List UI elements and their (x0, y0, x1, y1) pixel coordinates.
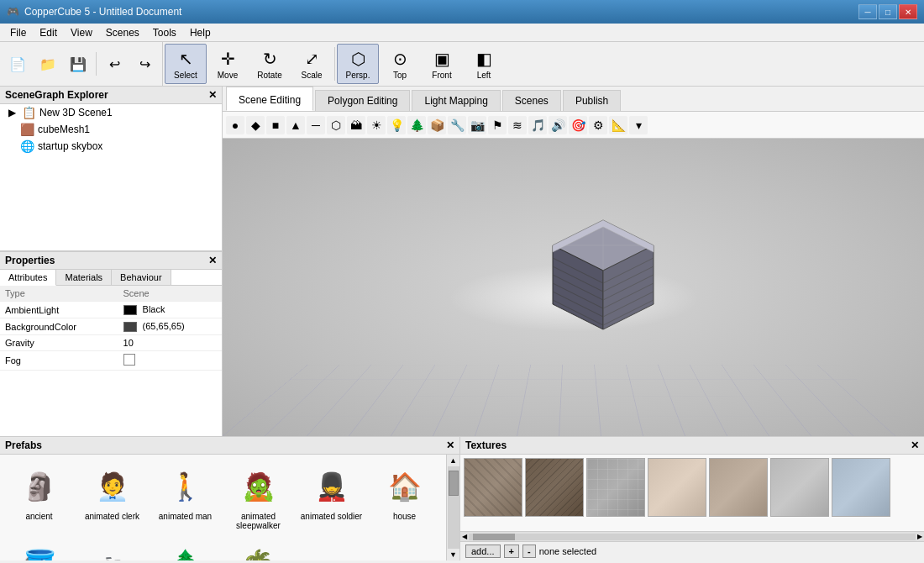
texture-7[interactable] (832, 458, 890, 517)
bike-icon: 🚲 (87, 539, 138, 560)
prop-val-gravity[interactable]: 10 (118, 335, 222, 351)
icon-terrain[interactable]: 🏔 (347, 116, 365, 134)
rotate-tool[interactable]: ↻ Rotate (249, 44, 291, 84)
icon-water[interactable]: ≋ (508, 116, 527, 134)
menu-help[interactable]: Help (183, 25, 218, 40)
add-texture-button[interactable]: add... (465, 545, 501, 558)
tab-scenes[interactable]: Scenes (502, 90, 561, 111)
move-tool[interactable]: ✛ Move (207, 44, 249, 84)
prefab-bike[interactable]: 🚲 bike (76, 535, 148, 560)
icon-hex[interactable]: ⬡ (327, 116, 345, 134)
scroll-h-thumb[interactable] (473, 534, 515, 540)
menu-tools[interactable]: Tools (146, 25, 183, 40)
remove-texture-button[interactable]: - (522, 545, 536, 558)
properties-close[interactable]: ✕ (208, 255, 217, 266)
icon-flag[interactable]: ⚑ (488, 116, 507, 134)
icon-settings[interactable]: ⚙ (589, 116, 607, 134)
tab-publish[interactable]: Publish (563, 90, 621, 111)
icon-tree[interactable]: 🌲 (407, 116, 426, 134)
texture-4[interactable] (648, 458, 706, 517)
scale-tool[interactable]: ⤢ Scale (291, 44, 333, 84)
prop-val-bgcolor[interactable]: (65,65,65) (118, 318, 222, 335)
tree-item-skybox[interactable]: 🌐 startup skybox (0, 138, 222, 155)
scroll-down-arrow[interactable]: ▼ (448, 549, 459, 560)
icon-cube[interactable]: ■ (266, 116, 285, 134)
prefab-animated-sleepwalker[interactable]: 🧟 animated sleepwalker (223, 458, 294, 534)
icon-diamond[interactable]: ◆ (246, 116, 265, 134)
minimize-button[interactable]: ─ (858, 4, 877, 19)
tab-materials[interactable]: Materials (56, 270, 112, 285)
bottom-area: Prefabs ✕ 🗿 ancient 🧑‍💼 animated clerk 🚶… (0, 436, 924, 560)
menu-scenes[interactable]: Scenes (99, 25, 146, 40)
menu-file[interactable]: File (3, 25, 33, 40)
bgcolor-color-swatch[interactable] (123, 322, 137, 332)
maximize-button[interactable]: □ (879, 4, 897, 19)
animated-sleepwalker-icon: 🧟 (234, 461, 284, 512)
tree-item-cube[interactable]: 🟫 cubeMesh1 (0, 121, 222, 138)
tab-attributes[interactable]: Attributes (0, 270, 56, 286)
scroll-right-arrow[interactable]: ▶ (917, 533, 922, 540)
prefab-pine[interactable]: 🌲 pine tree (150, 535, 221, 560)
persp-view[interactable]: ⬡ Persp. (337, 44, 379, 84)
icon-light[interactable]: 💡 (387, 116, 406, 134)
texture-3[interactable] (586, 458, 645, 517)
scroll-up-arrow[interactable]: ▲ (448, 455, 459, 466)
icon-plane[interactable]: ─ (307, 116, 325, 134)
texture-1[interactable] (464, 458, 522, 517)
prefabs-close[interactable]: ✕ (446, 439, 454, 451)
fog-checkbox[interactable] (123, 354, 135, 366)
prefab-palm[interactable]: 🌴 palm tree (223, 535, 294, 560)
titlebar-controls: ─ □ ✕ (858, 4, 917, 19)
icon-skybox[interactable]: ☀ (367, 116, 386, 134)
tree-item-scene[interactable]: ▶ 📋 New 3D Scene1 (0, 104, 222, 121)
open-button[interactable]: 📁 (34, 50, 62, 78)
menu-view[interactable]: View (64, 25, 99, 40)
prop-val-fog[interactable] (118, 351, 222, 371)
icon-target[interactable]: 🎯 (569, 116, 587, 134)
add-plus-button[interactable]: + (504, 545, 519, 558)
redo-button[interactable]: ↪ (130, 50, 159, 78)
scene-graph-close[interactable]: ✕ (208, 89, 217, 101)
texture-6[interactable] (770, 458, 829, 517)
top-view[interactable]: ⊙ Top (379, 44, 421, 84)
icon-tool[interactable]: 🔧 (448, 116, 466, 134)
prefab-ancient[interactable]: 🗿 ancient (3, 458, 75, 534)
undo-button[interactable]: ↩ (100, 50, 129, 78)
prefab-animated-soldier[interactable]: 💂 animated soldier (296, 458, 367, 534)
tab-polygon-editing[interactable]: Polygon Editing (315, 90, 410, 111)
menu-edit[interactable]: Edit (33, 25, 64, 40)
tab-behaviour[interactable]: Behaviour (112, 270, 171, 285)
icon-sphere[interactable]: ● (226, 116, 244, 134)
icon-sound[interactable]: 🔊 (549, 116, 567, 134)
prefab-house[interactable]: 🏠 house (369, 458, 440, 534)
scroll-thumb[interactable] (449, 471, 459, 496)
prefab-barrel[interactable]: 🪣 barrel (3, 535, 75, 560)
cube-object[interactable] (536, 212, 662, 338)
scroll-left-arrow[interactable]: ◀ (462, 533, 467, 540)
scene-canvas[interactable] (223, 139, 924, 436)
left-view[interactable]: ◧ Left (463, 44, 505, 84)
tab-light-mapping[interactable]: Light Mapping (412, 90, 500, 111)
prefab-animated-clerk[interactable]: 🧑‍💼 animated clerk (76, 458, 148, 534)
ambient-color-swatch[interactable] (123, 305, 137, 315)
select-tool[interactable]: ↖ Select (165, 44, 207, 84)
texture-2[interactable] (525, 458, 584, 517)
icon-camera[interactable]: 📷 (468, 116, 486, 134)
properties-panel: Properties ✕ Attributes Materials Behavi… (0, 251, 222, 436)
icon-music[interactable]: 🎵 (528, 116, 547, 134)
save-button[interactable]: 💾 (64, 50, 92, 78)
left-label: Left (477, 71, 491, 80)
close-button[interactable]: ✕ (899, 4, 917, 19)
icon-model[interactable]: 📦 (428, 116, 446, 134)
prefab-animated-man[interactable]: 🚶 animated man (150, 458, 221, 534)
tab-scene-editing[interactable]: Scene Editing (226, 87, 313, 111)
front-view[interactable]: ▣ Front (421, 44, 463, 84)
prop-val-ambient[interactable]: Black (118, 302, 222, 318)
new-button[interactable]: 📄 (3, 50, 32, 78)
icon-cone[interactable]: ▲ (286, 116, 305, 134)
icon-ruler[interactable]: 📐 (609, 116, 627, 134)
icon-more[interactable]: ▾ (629, 116, 648, 134)
textures-close[interactable]: ✕ (911, 439, 919, 451)
scroll-track (448, 466, 459, 549)
texture-5[interactable] (709, 458, 768, 517)
